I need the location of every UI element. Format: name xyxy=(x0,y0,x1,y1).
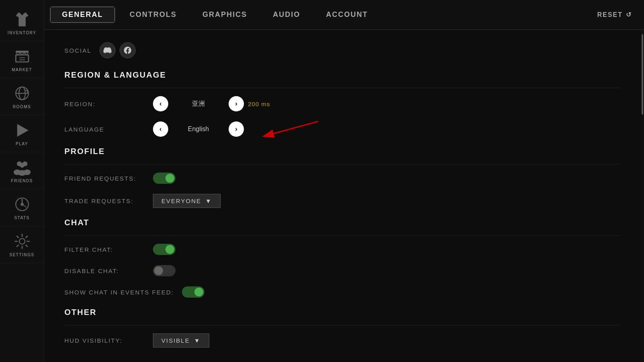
settings-panel: SOCIAL REGION & LANGUAGE xyxy=(44,30,641,362)
disable-chat-toggle[interactable] xyxy=(153,265,175,276)
hud-visibility-label: HUD VISIBILITY: xyxy=(64,337,153,344)
play-icon xyxy=(12,121,32,140)
shirt-icon xyxy=(12,10,32,29)
svg-point-8 xyxy=(25,91,27,93)
region-row: REGION: ‹ 亚洲 › 200 ms xyxy=(64,96,621,111)
market-icon xyxy=(12,47,32,66)
svg-point-12 xyxy=(19,163,24,168)
friend-requests-toggle[interactable] xyxy=(153,173,175,184)
scrollbar-track xyxy=(641,30,644,362)
trade-requests-row: TRADE REQUESTS: EVERYONE ▼ xyxy=(64,194,621,208)
sidebar-item-market[interactable]: MARKET xyxy=(0,41,44,78)
sidebar-item-inventory[interactable]: INVENTORY xyxy=(0,4,44,41)
dropdown-chevron-icon: ▼ xyxy=(205,197,212,204)
top-navigation: GENERAL CONTROLS GRAPHICS AUDIO ACCOUNT … xyxy=(44,0,644,30)
sidebar-item-settings[interactable]: SETTINGS xyxy=(0,226,44,263)
svg-rect-1 xyxy=(16,55,29,62)
rooms-icon xyxy=(12,84,32,103)
region-label: REGION: xyxy=(64,101,153,107)
filter-chat-label: FILTER CHAT: xyxy=(64,246,153,253)
sidebar-item-stats[interactable]: STATS xyxy=(0,189,44,226)
tab-controls[interactable]: CONTROLS xyxy=(118,7,188,22)
trade-requests-dropdown[interactable]: EVERYONE ▼ xyxy=(153,194,221,208)
scrollbar-thumb[interactable] xyxy=(642,34,643,115)
language-label: LANGUAGE xyxy=(64,126,153,133)
sidebar-item-rooms[interactable]: ROOMS xyxy=(0,78,44,115)
language-value: English xyxy=(174,125,223,133)
show-chat-events-label: SHOW CHAT IN EVENTS FEED: xyxy=(64,289,174,296)
content-area: SOCIAL REGION & LANGUAGE xyxy=(44,30,644,362)
hud-visibility-dropdown[interactable]: VISIBLE ▼ xyxy=(153,333,209,348)
tab-account[interactable]: ACCOUNT xyxy=(315,7,379,22)
tab-audio[interactable]: AUDIO xyxy=(262,7,312,22)
divider-3 xyxy=(64,235,621,236)
region-latency: 200 ms xyxy=(248,101,270,107)
show-chat-events-toggle[interactable] xyxy=(182,286,204,298)
svg-marker-9 xyxy=(17,124,28,137)
filter-chat-slider xyxy=(153,244,175,255)
svg-point-17 xyxy=(21,203,23,205)
language-row: LANGUAGE ‹ English › xyxy=(64,121,621,137)
facebook-button[interactable] xyxy=(120,42,136,58)
sidebar-item-play[interactable]: PLAY xyxy=(0,115,44,152)
settings-content: SOCIAL REGION & LANGUAGE xyxy=(64,42,621,348)
reset-icon: ↺ xyxy=(626,11,632,19)
language-next-button[interactable]: › xyxy=(229,121,244,137)
stats-icon xyxy=(12,195,32,214)
reset-button[interactable]: RESET ↺ xyxy=(589,8,640,22)
tab-general[interactable]: GENERAL xyxy=(50,6,115,23)
friends-icon xyxy=(12,158,32,177)
filter-chat-toggle[interactable] xyxy=(153,244,175,255)
tab-graphics[interactable]: GRAPHICS xyxy=(191,7,258,22)
social-label: SOCIAL xyxy=(64,47,91,54)
disable-chat-row: DISABLE CHAT: xyxy=(64,265,621,276)
divider-1 xyxy=(64,88,621,88)
svg-rect-0 xyxy=(16,51,29,53)
hud-visibility-row: HUD VISIBILITY: VISIBLE ▼ xyxy=(64,333,621,348)
friend-requests-label: FRIEND REQUESTS: xyxy=(64,175,153,182)
divider-2 xyxy=(64,164,621,165)
filter-chat-row: FILTER CHAT: xyxy=(64,244,621,255)
discord-button[interactable] xyxy=(99,42,116,58)
show-chat-events-row: SHOW CHAT IN EVENTS FEED: xyxy=(64,286,621,298)
friend-requests-row: FRIEND REQUESTS: xyxy=(64,173,621,184)
sidebar-item-friends[interactable]: FRIENDS xyxy=(0,152,44,189)
svg-point-18 xyxy=(19,239,25,244)
region-language-header: REGION & LANGUAGE xyxy=(64,70,621,80)
main-panel: GENERAL CONTROLS GRAPHICS AUDIO ACCOUNT … xyxy=(44,0,644,362)
region-next-button[interactable]: › xyxy=(229,96,244,111)
hud-dropdown-chevron-icon: ▼ xyxy=(194,337,201,344)
sidebar: INVENTORY MARKET ROOMS xyxy=(0,0,44,362)
friend-requests-slider xyxy=(153,173,175,184)
language-prev-button[interactable]: ‹ xyxy=(153,121,168,137)
region-prev-button[interactable]: ‹ xyxy=(153,96,168,111)
trade-requests-label: TRADE REQUESTS: xyxy=(64,197,153,204)
other-header: OTHER xyxy=(64,308,621,317)
profile-header: PROFILE xyxy=(64,147,621,156)
red-arrow-annotation xyxy=(250,117,322,142)
show-chat-events-slider xyxy=(182,286,204,298)
social-section: SOCIAL xyxy=(64,42,621,58)
chat-header: CHAT xyxy=(64,218,621,227)
disable-chat-label: DISABLE CHAT: xyxy=(64,267,153,274)
disable-chat-slider xyxy=(153,265,175,276)
region-value: 亚洲 xyxy=(174,100,223,108)
settings-icon xyxy=(12,232,32,251)
svg-point-15 xyxy=(18,170,26,176)
divider-4 xyxy=(64,325,621,325)
